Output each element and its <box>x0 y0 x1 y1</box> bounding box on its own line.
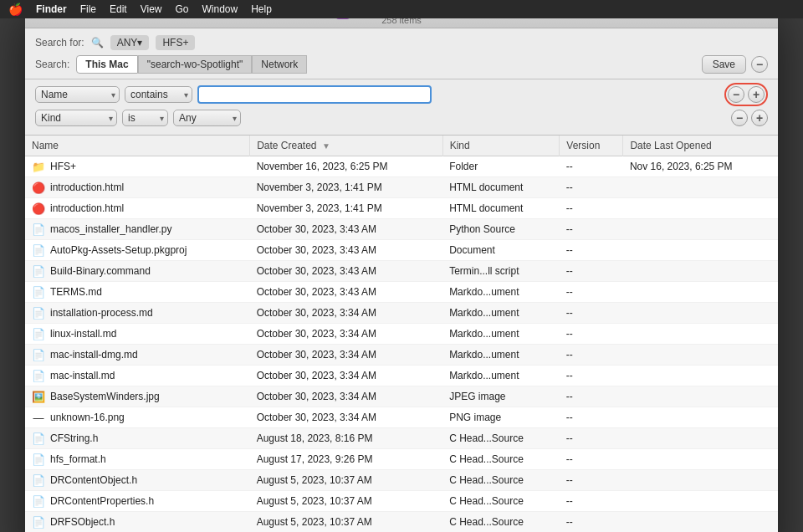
save-button[interactable]: Save <box>702 55 746 74</box>
file-table-container[interactable]: Name Date Created ▼ Kind Version Date La… <box>25 136 778 532</box>
file-name: macos_installer_handler.py <box>50 223 171 235</box>
apple-menu[interactable]: 🍎 <box>8 3 23 16</box>
search-this-mac-btn[interactable]: This Mac <box>76 55 137 74</box>
table-row[interactable]: 📄 AutoPkg-Assets-Setup.pkgproj October 3… <box>25 240 778 261</box>
cell-date-last-opened <box>623 366 778 386</box>
cell-kind: Folder <box>442 156 560 177</box>
filter2-value-wrap[interactable]: Any Folder Document Image PDF <box>173 110 241 126</box>
search-tag-hfs[interactable]: HFS+ <box>156 35 195 50</box>
cell-date-last-opened: Nov 16, 2023, 6:25 PM <box>623 156 778 177</box>
menu-go[interactable]: Go <box>176 3 189 15</box>
filter2-add-btn[interactable]: + <box>751 110 768 126</box>
cell-version: -- <box>560 261 623 282</box>
table-row[interactable]: 📄 CFString.h August 18, 2023, 8:16 PM C … <box>25 428 778 449</box>
file-name: DRContentObject.h <box>50 474 137 486</box>
filter2-operator-select[interactable]: is is not <box>122 110 168 126</box>
menubar: 🍎 Finder File Edit View Go Window Help <box>0 0 803 18</box>
finder-window: 🔍 Searching "This Mac" 258 items Search … <box>25 0 778 532</box>
search-tag-any-label: ANY▾ <box>117 37 143 49</box>
cell-name: 📄 DRContentObject.h <box>25 470 250 491</box>
search-for-row: Search for: 🔍 ANY▾ HFS+ <box>35 35 768 50</box>
table-row[interactable]: 📄 macos_installer_handler.py October 30,… <box>25 219 778 240</box>
save-controls: − <box>751 56 768 73</box>
filter2-remove-btn[interactable]: − <box>731 110 748 126</box>
cell-date-last-opened <box>623 491 778 512</box>
cell-date-created: August 17, 2023, 9:26 PM <box>250 449 442 470</box>
filter1-value-input[interactable] <box>197 85 432 104</box>
cell-kind: Markdo...ument <box>442 324 560 345</box>
filter1-remove-btn[interactable]: − <box>728 86 744 103</box>
table-row[interactable]: 📄 DRFSObject.h August 5, 2023, 10:37 AM … <box>25 512 778 533</box>
table-row[interactable]: 📄 linux-install.md October 30, 2023, 3:3… <box>25 324 778 345</box>
table-row[interactable]: 📄 TERMS.md October 30, 2023, 3:43 AM Mar… <box>25 282 778 303</box>
cell-version: -- <box>560 177 623 198</box>
cell-version: -- <box>560 303 623 324</box>
table-row[interactable]: 📄 hfs_format.h August 17, 2023, 9:26 PM … <box>25 449 778 470</box>
col-date-last-opened[interactable]: Date Last Opened <box>623 136 778 156</box>
file-icon: 📄 <box>32 473 45 487</box>
table-header-row: Name Date Created ▼ Kind Version Date La… <box>25 136 778 156</box>
cell-date-created: October 30, 2023, 3:34 AM <box>250 366 442 386</box>
file-name: DRFSObject.h <box>50 516 115 528</box>
table-row[interactable]: 📄 mac-install.md October 30, 2023, 3:34 … <box>25 366 778 386</box>
cell-version: -- <box>560 491 623 512</box>
filter1-field-select[interactable]: Name Kind Date Created Date Modified <box>35 86 120 103</box>
cell-name: 📄 linux-install.md <box>25 324 250 345</box>
table-row[interactable]: 📄 DRContentObject.h August 5, 2023, 10:3… <box>25 470 778 491</box>
menu-edit[interactable]: Edit <box>110 3 127 15</box>
file-icon: 🖼️ <box>32 390 45 403</box>
col-kind[interactable]: Kind <box>442 136 560 156</box>
menu-view[interactable]: View <box>141 3 162 15</box>
cell-date-last-opened <box>623 219 778 240</box>
table-row[interactable]: 📄 Build-Binary.command October 30, 2023,… <box>25 261 778 282</box>
table-row[interactable]: — unknown-16.png October 30, 2023, 3:34 … <box>25 407 778 428</box>
filter1-add-btn[interactable]: + <box>748 86 765 103</box>
table-row[interactable]: 📁 HFS+ November 16, 2023, 6:25 PM Folder… <box>25 156 778 177</box>
col-version[interactable]: Version <box>560 136 623 156</box>
menu-window[interactable]: Window <box>202 3 238 15</box>
filter1-operator-wrap[interactable]: contains is starts with ends with <box>125 86 192 103</box>
cell-date-last-opened <box>623 324 778 345</box>
table-row[interactable]: 📄 mac-install-dmg.md October 30, 2023, 3… <box>25 345 778 366</box>
remove-search-btn[interactable]: − <box>751 56 768 73</box>
file-icon: 📄 <box>32 223 45 236</box>
filter2-operator-wrap[interactable]: is is not <box>122 110 168 126</box>
table-row[interactable]: 🔴 introduction.html November 3, 2023, 1:… <box>25 198 778 219</box>
menu-file[interactable]: File <box>80 3 96 15</box>
cell-kind: JPEG image <box>442 386 560 407</box>
col-name[interactable]: Name <box>25 136 250 156</box>
col-date-created[interactable]: Date Created ▼ <box>250 136 442 156</box>
table-row[interactable]: 📄 DRContentProperties.h August 5, 2023, … <box>25 491 778 512</box>
search-spotlight-btn[interactable]: "search-wo-Spotlight" <box>138 55 253 74</box>
cell-date-created: November 3, 2023, 1:41 PM <box>250 177 442 198</box>
cell-kind: Markdo...ument <box>442 282 560 303</box>
cell-date-last-opened <box>623 470 778 491</box>
table-row[interactable]: 🖼️ BaseSystemWinders.jpg October 30, 202… <box>25 386 778 407</box>
search-network-btn[interactable]: Network <box>252 55 307 74</box>
table-row[interactable]: 📄 installation-process.md October 30, 20… <box>25 303 778 324</box>
filter1-field-wrap[interactable]: Name Kind Date Created Date Modified <box>35 86 120 103</box>
filter2-field-wrap[interactable]: Kind Name Date Created <box>35 110 117 126</box>
cell-date-created: October 30, 2023, 3:34 AM <box>250 303 442 324</box>
filter1-operator-select[interactable]: contains is starts with ends with <box>125 86 192 103</box>
menu-help[interactable]: Help <box>251 3 272 15</box>
file-icon: 📄 <box>32 306 45 320</box>
cell-date-last-opened <box>623 240 778 261</box>
file-icon: 📄 <box>32 348 45 361</box>
cell-date-created: October 30, 2023, 3:43 AM <box>250 282 442 303</box>
table-row[interactable]: 🔴 introduction.html November 3, 2023, 1:… <box>25 177 778 198</box>
search-tag-any[interactable]: ANY▾ <box>110 35 150 50</box>
cell-version: -- <box>560 428 623 449</box>
cell-name: — unknown-16.png <box>25 407 250 428</box>
cell-name: 🔴 introduction.html <box>25 177 250 198</box>
cell-date-last-opened <box>623 512 778 533</box>
cell-date-last-opened <box>623 345 778 366</box>
cell-date-created: October 30, 2023, 3:43 AM <box>250 240 442 261</box>
menu-finder[interactable]: Finder <box>36 3 67 15</box>
filter2-field-select[interactable]: Kind Name Date Created <box>35 110 117 126</box>
search-for-label: Search for: <box>35 37 84 49</box>
cell-kind: C Head...Source <box>442 470 560 491</box>
cell-version: -- <box>560 470 623 491</box>
file-icon: 📄 <box>32 432 45 445</box>
filter2-value-select[interactable]: Any Folder Document Image PDF <box>173 110 241 126</box>
